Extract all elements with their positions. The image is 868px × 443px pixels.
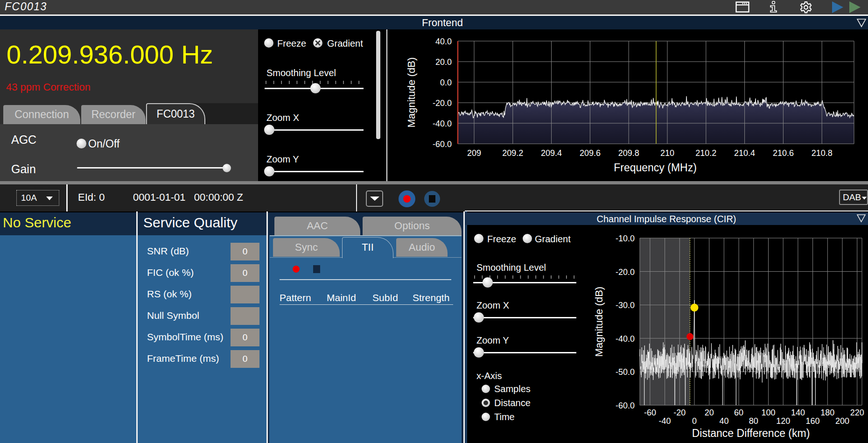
svg-text:-10.0: -10.0 (616, 234, 635, 243)
svg-text:-60.0: -60.0 (433, 140, 452, 149)
svg-text:210.2: 210.2 (695, 148, 716, 158)
svg-text:160: 160 (806, 416, 820, 426)
svg-text:20: 20 (705, 408, 714, 417)
svg-text:20.0: 20.0 (435, 57, 452, 67)
svg-text:100: 100 (761, 408, 775, 417)
svg-text:210.8: 210.8 (812, 148, 833, 158)
svg-text:220: 220 (850, 408, 864, 417)
svg-text:0.0: 0.0 (440, 78, 452, 87)
svg-text:-50.0: -50.0 (616, 367, 635, 377)
svg-text:-40.0: -40.0 (433, 119, 452, 128)
svg-text:140: 140 (791, 408, 805, 417)
svg-text:80: 80 (749, 416, 758, 426)
svg-text:209: 209 (467, 148, 481, 158)
svg-text:-30.0: -30.0 (616, 301, 635, 310)
svg-text:-40: -40 (659, 416, 671, 426)
svg-text:209.2: 209.2 (502, 148, 523, 158)
svg-text:209.4: 209.4 (541, 148, 562, 158)
svg-text:-60.0: -60.0 (616, 401, 635, 410)
svg-text:210.4: 210.4 (734, 148, 755, 158)
svg-text:209.8: 209.8 (618, 148, 639, 158)
svg-text:-20.0: -20.0 (616, 267, 635, 277)
svg-text:210: 210 (660, 148, 674, 158)
svg-text:-20: -20 (673, 408, 686, 417)
svg-text:40: 40 (719, 416, 728, 426)
svg-text:210.6: 210.6 (773, 148, 794, 158)
svg-text:40.0: 40.0 (435, 37, 452, 46)
svg-text:Magnitude (dB): Magnitude (dB) (593, 287, 605, 357)
svg-text:0: 0 (692, 416, 697, 426)
svg-text:60: 60 (734, 408, 743, 417)
svg-text:-40.0: -40.0 (616, 334, 635, 344)
svg-text:120: 120 (776, 416, 790, 426)
svg-text:-60: -60 (644, 408, 656, 417)
svg-text:-20.0: -20.0 (433, 98, 452, 108)
svg-text:209.6: 209.6 (580, 148, 601, 158)
svg-text:180: 180 (820, 408, 834, 417)
svg-text:Distance Difference (km): Distance Difference (km) (692, 427, 810, 439)
svg-text:Magnitude (dB): Magnitude (dB) (406, 57, 417, 127)
svg-text:200: 200 (835, 416, 849, 426)
svg-text:Frequency (MHz): Frequency (MHz) (614, 162, 697, 174)
